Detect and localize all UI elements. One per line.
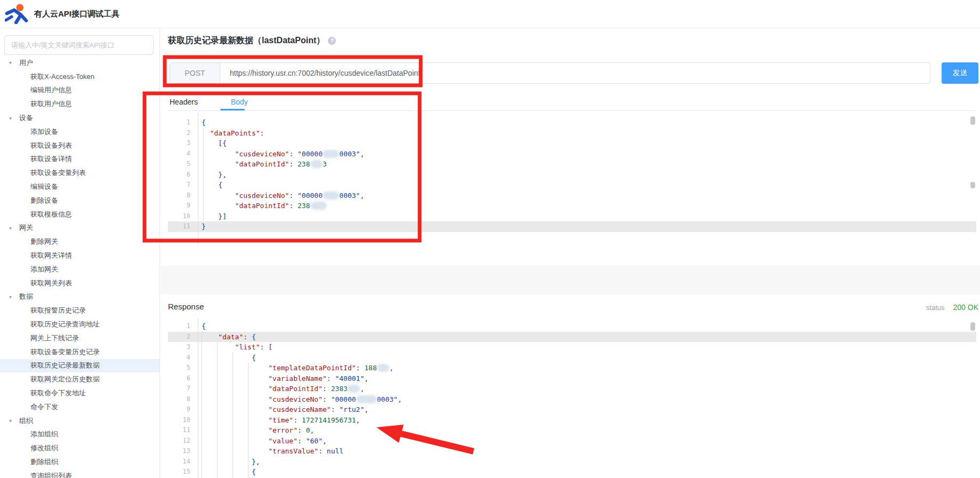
caret-down-icon: ▾ <box>9 115 15 121</box>
sidebar-item-获取X-Access-Token[interactable]: 获取X-Access-Token <box>0 70 159 84</box>
sidebar-item-查询组织列表[interactable]: 查询组织列表 <box>0 469 159 478</box>
line-number: 1 <box>168 117 198 128</box>
response-status: status 200 OK <box>926 303 978 312</box>
group-label: 设备 <box>19 113 33 123</box>
sidebar-item-获取历史记录查询地址[interactable]: 获取历史记录查询地址 <box>0 317 159 331</box>
response-editor[interactable]: 1{2 "data": {3 "list": [4 {5 "templateDa… <box>168 318 976 478</box>
sidebar-item-删除网关[interactable]: 删除网关 <box>0 235 159 249</box>
sidebar-item-修改组织[interactable]: 修改组织 <box>0 441 159 455</box>
response-section-title: Response <box>168 302 204 311</box>
line-number: 4 <box>168 353 198 363</box>
request-body-editor[interactable]: 1{2 "dataPoints":3 [{4 "cusdeviceNo": "0… <box>168 113 976 245</box>
url-input[interactable] <box>220 63 930 83</box>
code-line: 9 "cusdeviceName": "rtu2", <box>168 404 976 415</box>
redacted-value: 894 <box>377 364 389 372</box>
usr-cloud-logo-icon <box>5 4 28 24</box>
sidebar-item-删除组织[interactable]: 删除组织 <box>0 455 159 469</box>
code-line: 11 "error": 0, <box>168 425 976 436</box>
code-line: 6 "variableName": "40001", <box>168 373 976 384</box>
code-line: 5 "dataPointId": 2388943 <box>168 159 976 170</box>
gutter-divider <box>198 318 198 478</box>
sidebar-item-获取网关列表[interactable]: 获取网关列表 <box>0 276 159 290</box>
scrollbar-thumb[interactable] <box>970 322 975 331</box>
code-text: "transValue": null <box>198 446 343 457</box>
sidebar-item-获取网关定位历史数据[interactable]: 获取网关定位历史数据 <box>0 372 159 386</box>
code-text: "dataPointId": 2388943 <box>198 159 327 170</box>
sidebar-item-获取设备详情[interactable]: 获取设备详情 <box>0 153 159 166</box>
sidebar-item-网关上下线记录[interactable]: 网关上下线记录 <box>0 331 159 345</box>
code-line: 3 [{ <box>168 138 976 149</box>
sidebar-item-编辑用户信息[interactable]: 编辑用户信息 <box>0 84 159 98</box>
sidebar-item-获取历史记录最新数据[interactable]: 获取历史记录最新数据 <box>0 359 159 373</box>
code-text: { <box>198 467 256 477</box>
line-number: 10 <box>168 211 198 222</box>
sidebar-item-获取模板信息[interactable]: 获取模板信息 <box>0 208 159 221</box>
sidebar-item-添加网关[interactable]: 添加网关 <box>0 262 159 276</box>
sidebar-item-获取命令下发地址[interactable]: 获取命令下发地址 <box>0 386 159 400</box>
page-title: 获取历史记录最新数据（lastDataPoint）? <box>168 35 336 46</box>
method-select[interactable]: POST <box>170 63 220 83</box>
code-text: } <box>198 221 206 232</box>
code-line: 11} <box>168 221 976 232</box>
code-text: [{ <box>198 138 227 149</box>
code-text: "time": 1727141956731, <box>198 415 360 426</box>
line-number: 2 <box>168 332 198 342</box>
indent-guide <box>248 363 248 478</box>
code-text: "cusdeviceNo": "0000089440003", <box>198 149 364 160</box>
line-number: 5 <box>168 159 198 170</box>
code-line: 3 "list": [ <box>168 342 976 353</box>
code-text: "cusdeviceNo": "0000089440003", <box>198 190 364 201</box>
indent-guide <box>217 342 218 478</box>
sidebar-item-删除设备[interactable]: 删除设备 <box>0 194 159 208</box>
sidebar-group-数据[interactable]: ▾数据 <box>0 290 159 304</box>
sidebar-item-获取设备列表[interactable]: 获取设备列表 <box>0 139 159 153</box>
sidebar-item-获取报警历史记录[interactable]: 获取报警历史记录 <box>0 304 159 317</box>
search-input[interactable] <box>4 35 154 55</box>
line-number: 10 <box>168 415 198 426</box>
indent-guide <box>203 128 204 221</box>
tabs-divider <box>168 110 976 111</box>
group-label: 用户 <box>19 58 33 68</box>
sidebar-item-获取设备变量历史记录[interactable]: 获取设备变量历史记录 <box>0 345 159 359</box>
code-text: { <box>198 321 206 332</box>
send-button[interactable]: 发送 <box>942 62 978 84</box>
sidebar-group-用户[interactable]: ▾用户 <box>0 56 159 70</box>
line-number: 1 <box>168 321 198 332</box>
help-icon[interactable]: ? <box>328 37 336 45</box>
line-number: 12 <box>168 436 198 447</box>
sidebar-item-获取设备变量列表[interactable]: 获取设备变量列表 <box>0 166 159 180</box>
scrollbar-thumb[interactable] <box>970 182 975 188</box>
gutter-divider <box>198 113 198 245</box>
sidebar-item-添加设备[interactable]: 添加设备 <box>0 125 159 139</box>
code-line: 2 "dataPoints": <box>168 128 976 139</box>
code-line: 1{ <box>168 117 976 128</box>
status-value: 200 OK <box>953 303 978 312</box>
indent-guide <box>202 331 202 478</box>
code-text: "templateDataPointId": 188894, <box>198 363 393 373</box>
code-text: "data": { <box>198 332 256 342</box>
redacted-value: 8944 <box>323 150 339 158</box>
tab-headers[interactable]: Headers <box>170 98 198 111</box>
group-label: 网关 <box>19 223 33 233</box>
code-text: "cusdeviceNo": "00000894450003", <box>198 394 402 405</box>
sidebar-group-设备[interactable]: ▾设备 <box>0 111 159 125</box>
top-header: 有人云API接口调试工具 <box>0 0 980 28</box>
code-line: 13 "transValue": null <box>168 446 976 457</box>
code-line: 15 { <box>168 467 976 477</box>
line-number: 14 <box>168 457 198 467</box>
caret-down-icon: ▾ <box>9 225 15 231</box>
sidebar-item-添加组织[interactable]: 添加组织 <box>0 428 159 442</box>
sidebar-item-获取网关详情[interactable]: 获取网关详情 <box>0 249 159 262</box>
code-line: 10 "time": 1727141956731, <box>168 415 976 426</box>
section-separator <box>160 266 980 294</box>
sidebar-item-获取用户信息[interactable]: 获取用户信息 <box>0 97 159 111</box>
sidebar-item-编辑设备[interactable]: 编辑设备 <box>0 180 159 194</box>
sidebar-group-网关[interactable]: ▾网关 <box>0 221 159 235</box>
caret-down-icon: ▾ <box>9 294 15 300</box>
code-text: "cusdeviceName": "rtu2", <box>198 404 368 415</box>
sidebar-group-组织[interactable]: ▾组织 <box>0 414 159 428</box>
scrollbar-thumb[interactable] <box>970 116 975 125</box>
line-number: 7 <box>168 384 198 394</box>
sidebar-item-命令下发[interactable]: 命令下发 <box>0 400 159 414</box>
line-number: 7 <box>168 180 198 190</box>
